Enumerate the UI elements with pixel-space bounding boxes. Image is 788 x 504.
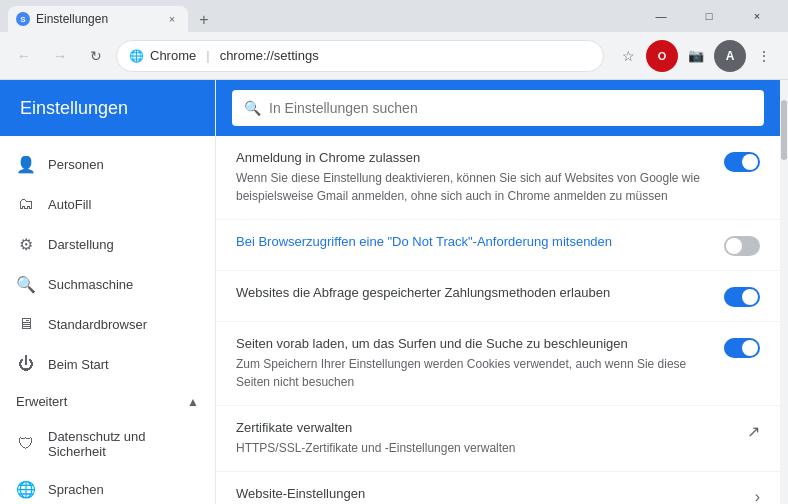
setting-zertifikate-title: Zertifikate verwalten: [236, 420, 735, 435]
close-button[interactable]: ×: [734, 0, 780, 32]
window-controls: — □ ×: [638, 0, 780, 32]
standardbrowser-icon: 🖥: [16, 314, 36, 334]
menu-icon[interactable]: ⋮: [748, 40, 780, 72]
toggle-anmeldung[interactable]: [724, 152, 760, 172]
setting-anmeldung: Anmeldung in Chrome zulassen Wenn Sie di…: [216, 136, 780, 220]
erweitert-expand-icon: ▲: [187, 395, 199, 409]
setting-voraubladen-control[interactable]: [724, 338, 760, 358]
setting-website-einstellungen-control[interactable]: ›: [755, 488, 760, 504]
personen-icon: 👤: [16, 154, 36, 174]
setting-do-not-track-control[interactable]: [724, 236, 760, 256]
sidebar-item-darstellung[interactable]: ⚙ Darstellung: [0, 224, 215, 264]
scroll-thumb[interactable]: [781, 100, 787, 160]
setting-zertifikate-text: Zertifikate verwalten HTTPS/SSL-Zertifik…: [236, 420, 735, 457]
sidebar-item-label-autofill: AutoFill: [48, 197, 91, 212]
tab-title: Einstellungen: [36, 12, 158, 26]
sidebar-item-label-beim-start: Beim Start: [48, 357, 109, 372]
toggle-do-not-track-knob: [726, 238, 742, 254]
setting-voraubladen-title: Seiten vorab laden, um das Surfen und di…: [236, 336, 712, 351]
suchmaschine-icon: 🔍: [16, 274, 36, 294]
setting-anmeldung-control[interactable]: [724, 152, 760, 172]
setting-zahlungsmethoden-text: Websites die Abfrage gespeicherter Zahlu…: [236, 285, 712, 304]
setting-zertifikate-desc: HTTPS/SSL-Zertifikate und -Einstellungen…: [236, 439, 735, 457]
sprachen-icon: 🌐: [16, 479, 36, 499]
profile-icon[interactable]: A: [714, 40, 746, 72]
setting-anmeldung-desc: Wenn Sie diese Einstellung deaktivieren,…: [236, 169, 712, 205]
minimize-button[interactable]: —: [638, 0, 684, 32]
erweitert-section-header[interactable]: Erweitert ▲: [0, 384, 215, 419]
sidebar-item-personen[interactable]: 👤 Personen: [0, 144, 215, 184]
sidebar-item-label-suchmaschine: Suchmaschine: [48, 277, 133, 292]
chevron-right-icon[interactable]: ›: [755, 488, 760, 504]
maximize-button[interactable]: □: [686, 0, 732, 32]
toolbar-icons: ☆ O 📷 A ⋮: [612, 40, 780, 72]
content-scrollbar[interactable]: [780, 80, 788, 504]
content-area: 🔍 Anmeldung in Chrome zulassen Wenn Sie …: [216, 80, 780, 504]
sidebar-item-datenschutz[interactable]: 🛡 Datenschutz und Sicherheit: [0, 419, 215, 469]
toggle-zahlungsmethoden-knob: [742, 289, 758, 305]
sidebar-item-sprachen[interactable]: 🌐 Sprachen: [0, 469, 215, 504]
opera-icon[interactable]: O: [646, 40, 678, 72]
settings-list: Anmeldung in Chrome zulassen Wenn Sie di…: [216, 136, 780, 504]
search-input[interactable]: [269, 100, 752, 116]
active-tab[interactable]: S Einstellungen ×: [8, 6, 188, 32]
setting-voraubladen-desc: Zum Speichern Ihrer Einstellungen werden…: [236, 355, 712, 391]
sidebar-item-label-personen: Personen: [48, 157, 104, 172]
bookmark-star-icon[interactable]: ☆: [612, 40, 644, 72]
toggle-voraubladen[interactable]: [724, 338, 760, 358]
setting-voraubladen: Seiten vorab laden, um das Surfen und di…: [216, 322, 780, 406]
setting-zahlungsmethoden-control[interactable]: [724, 287, 760, 307]
sidebar-header: Einstellungen: [0, 80, 215, 136]
setting-zertifikate-control[interactable]: ↗: [747, 422, 760, 441]
toggle-zahlungsmethoden[interactable]: [724, 287, 760, 307]
site-security-icon: 🌐: [129, 49, 144, 63]
main-layout: Einstellungen 👤 Personen 🗂 AutoFill ⚙ Da…: [0, 80, 788, 504]
address-input-wrap[interactable]: 🌐 Chrome | chrome://settings: [116, 40, 604, 72]
refresh-button[interactable]: ↻: [80, 40, 112, 72]
erweitert-label: Erweitert: [16, 394, 67, 409]
sidebar-item-autofill[interactable]: 🗂 AutoFill: [0, 184, 215, 224]
autofill-icon: 🗂: [16, 194, 36, 214]
sidebar-title: Einstellungen: [20, 98, 128, 119]
external-link-icon[interactable]: ↗: [747, 422, 760, 441]
address-url: chrome://settings: [220, 48, 319, 63]
tab-close-button[interactable]: ×: [164, 11, 180, 27]
toggle-do-not-track[interactable]: [724, 236, 760, 256]
search-icon: 🔍: [244, 100, 261, 116]
setting-voraubladen-text: Seiten vorab laden, um das Surfen und di…: [236, 336, 712, 391]
tab-favicon: S: [16, 12, 30, 26]
sidebar-item-label-standardbrowser: Standardbrowser: [48, 317, 147, 332]
new-tab-button[interactable]: +: [192, 8, 216, 32]
beim-start-icon: ⏻: [16, 354, 36, 374]
camera-icon[interactable]: 📷: [680, 40, 712, 72]
toggle-anmeldung-knob: [742, 154, 758, 170]
sidebar-item-label-darstellung: Darstellung: [48, 237, 114, 252]
setting-zahlungsmethoden: Websites die Abfrage gespeicherter Zahlu…: [216, 271, 780, 322]
setting-website-einstellungen-title: Website-Einstellungen: [236, 486, 743, 501]
sidebar-item-label-datenschutz: Datenschutz und Sicherheit: [48, 429, 199, 459]
address-bar: ← → ↻ 🌐 Chrome | chrome://settings ☆ O 📷…: [0, 32, 788, 80]
sidebar: Einstellungen 👤 Personen 🗂 AutoFill ⚙ Da…: [0, 80, 216, 504]
back-button[interactable]: ←: [8, 40, 40, 72]
setting-do-not-track-title: Bei Browserzugriffen eine "Do Not Track"…: [236, 234, 712, 249]
setting-zahlungsmethoden-title: Websites die Abfrage gespeicherter Zahlu…: [236, 285, 712, 300]
sidebar-nav: 👤 Personen 🗂 AutoFill ⚙ Darstellung 🔍 Su…: [0, 136, 215, 504]
setting-website-einstellungen: Website-Einstellungen Festlegen, welche …: [216, 472, 780, 504]
address-browser-name: Chrome: [150, 48, 196, 63]
title-bar: S Einstellungen × + — □ ×: [0, 0, 788, 32]
setting-anmeldung-text: Anmeldung in Chrome zulassen Wenn Sie di…: [236, 150, 712, 205]
sidebar-item-suchmaschine[interactable]: 🔍 Suchmaschine: [0, 264, 215, 304]
tab-area: S Einstellungen × +: [8, 0, 638, 32]
search-bar: 🔍: [216, 80, 780, 136]
search-input-wrap[interactable]: 🔍: [232, 90, 764, 126]
toggle-voraubladen-knob: [742, 340, 758, 356]
sidebar-item-label-sprachen: Sprachen: [48, 482, 104, 497]
setting-anmeldung-title: Anmeldung in Chrome zulassen: [236, 150, 712, 165]
setting-do-not-track-text: Bei Browserzugriffen eine "Do Not Track"…: [236, 234, 712, 253]
forward-button[interactable]: →: [44, 40, 76, 72]
address-separator: |: [206, 48, 209, 63]
setting-do-not-track: Bei Browserzugriffen eine "Do Not Track"…: [216, 220, 780, 271]
setting-zertifikate: Zertifikate verwalten HTTPS/SSL-Zertifik…: [216, 406, 780, 472]
sidebar-item-standardbrowser[interactable]: 🖥 Standardbrowser: [0, 304, 215, 344]
sidebar-item-beim-start[interactable]: ⏻ Beim Start: [0, 344, 215, 384]
